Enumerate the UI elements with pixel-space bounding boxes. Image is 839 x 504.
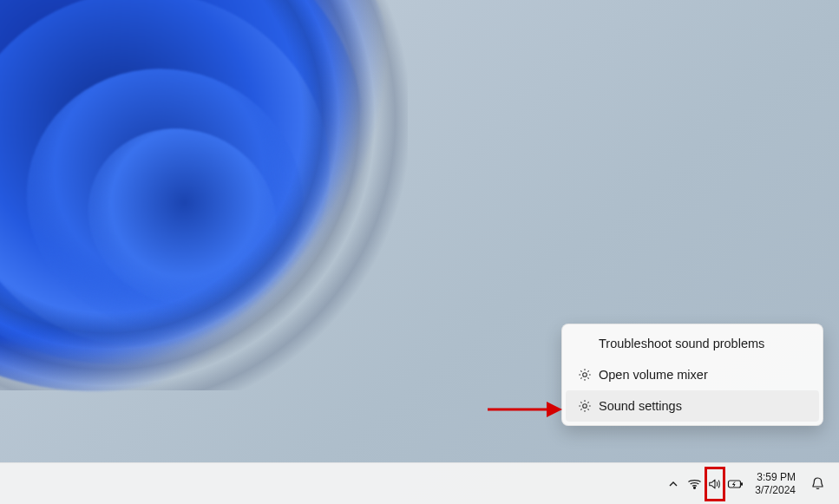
battery-tray-icon[interactable] (727, 467, 744, 501)
menu-item-volume-mixer[interactable]: Open volume mixer (566, 359, 819, 390)
clock-time: 3:59 PM (757, 471, 796, 484)
menu-item-label: Troubleshoot sound problems (599, 337, 810, 350)
taskbar: 3:59 PM 3/7/2024 (0, 462, 839, 504)
wifi-tray-icon[interactable] (685, 467, 703, 501)
volume-tray-icon[interactable] (705, 467, 725, 501)
bloom-graphic (0, 0, 521, 462)
gear-icon (578, 368, 599, 382)
chevron-up-icon (668, 479, 678, 489)
svg-point-1 (583, 404, 587, 409)
menu-item-troubleshoot[interactable]: Troubleshoot sound problems (566, 328, 819, 359)
svg-rect-6 (741, 482, 743, 485)
svg-point-0 (583, 373, 587, 377)
svg-point-4 (693, 487, 695, 488)
gear-icon (578, 399, 599, 413)
wifi-icon (687, 476, 702, 491)
bell-icon (810, 476, 825, 491)
speaker-icon (708, 476, 722, 492)
battery-icon (727, 478, 744, 490)
sound-context-menu: Troubleshoot sound problems Open volume … (561, 324, 823, 426)
clock-date: 3/7/2024 (755, 484, 796, 497)
menu-item-sound-settings[interactable]: Sound settings (566, 390, 819, 422)
menu-item-label: Open volume mixer (599, 368, 810, 382)
taskbar-clock[interactable]: 3:59 PM 3/7/2024 (746, 467, 803, 501)
menu-item-label: Sound settings (599, 399, 810, 413)
desktop: Troubleshoot sound problems Open volume … (0, 0, 839, 504)
system-tray: 3:59 PM 3/7/2024 (663, 467, 830, 501)
notifications-button[interactable] (804, 467, 830, 501)
tray-overflow-chevron[interactable] (663, 467, 684, 501)
